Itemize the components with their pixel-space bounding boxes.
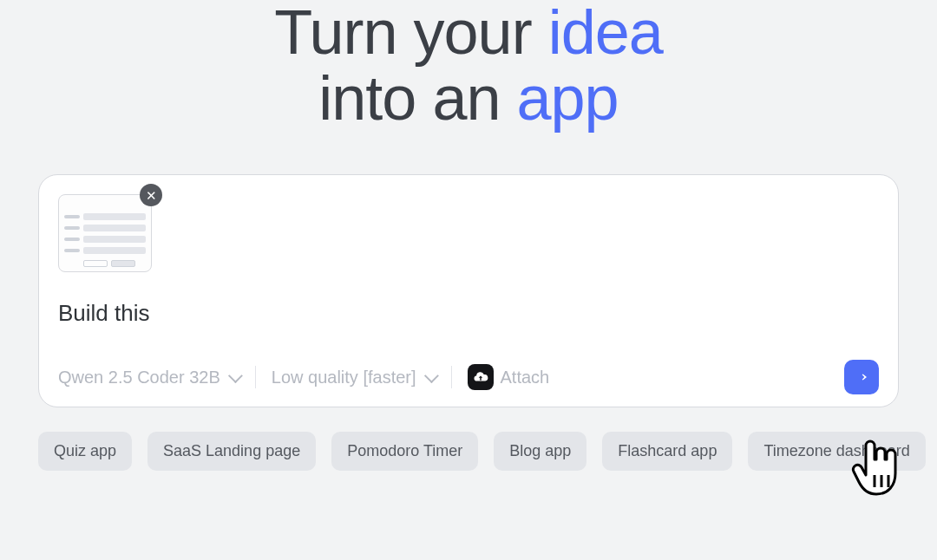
model-selector[interactable]: Qwen 2.5 Coder 32B	[58, 368, 239, 387]
separator	[451, 366, 452, 388]
quality-selector-label: Low quality [faster]	[272, 368, 416, 387]
prompt-composer: ✕ Build this Qwen 2.5 Coder 32B Low qual…	[38, 174, 899, 407]
suggestion-chip[interactable]: Pomodoro Timer	[331, 432, 478, 471]
suggestion-chip[interactable]: Flashcard app	[602, 432, 732, 471]
chevron-down-icon	[423, 368, 438, 383]
suggestion-row: Quiz app SaaS Landing page Pomodoro Time…	[38, 432, 899, 471]
separator	[255, 366, 256, 388]
cloud-upload-icon	[468, 364, 494, 390]
suggestion-chip[interactable]: Timezone dashboard	[748, 432, 925, 471]
arrow-right-icon	[855, 370, 868, 384]
hero-headline: Turn your idea into an app	[0, 0, 937, 131]
prompt-input[interactable]: Build this	[58, 300, 879, 327]
hero-line2-accent: app	[517, 63, 619, 133]
suggestion-chip[interactable]: Quiz app	[38, 432, 132, 471]
hero-line1-accent: idea	[548, 0, 663, 67]
chevron-down-icon	[228, 368, 243, 383]
suggestion-chip[interactable]: Blog app	[494, 432, 586, 471]
attach-label: Attach	[501, 368, 550, 387]
hero-line1-pre: Turn your	[274, 0, 547, 67]
hero-line2-pre: into an	[318, 63, 516, 133]
composer-toolbar: Qwen 2.5 Coder 32B Low quality [faster] …	[58, 360, 879, 394]
remove-attachment-button[interactable]: ✕	[140, 184, 162, 206]
quality-selector[interactable]: Low quality [faster]	[272, 368, 436, 387]
close-icon: ✕	[146, 189, 157, 202]
model-selector-label: Qwen 2.5 Coder 32B	[58, 368, 220, 387]
attachment-thumbnail[interactable]: ✕	[58, 194, 152, 272]
attach-button[interactable]: Attach	[468, 364, 550, 390]
suggestion-chip[interactable]: SaaS Landing page	[147, 432, 316, 471]
send-button[interactable]	[844, 360, 879, 394]
